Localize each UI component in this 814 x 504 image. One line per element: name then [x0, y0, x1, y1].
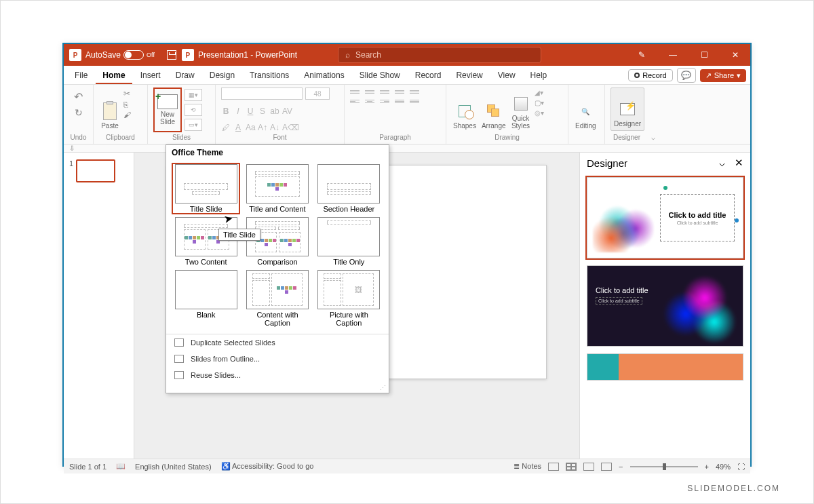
shadow-icon[interactable]: ab [270, 106, 279, 116]
tab-animations[interactable]: Animations [297, 68, 351, 84]
char-spacing-icon[interactable]: AV [282, 106, 292, 116]
dot-icon [663, 186, 667, 190]
layout-title-content[interactable]: Title and Content [243, 163, 311, 214]
design-suggestion-2[interactable]: Click to add title Click to add subtitle [587, 265, 743, 347]
shape-outline-icon[interactable]: ▢▾ [535, 99, 544, 106]
accessibility-status[interactable]: ♿ Accessibility: Good to go [221, 462, 314, 471]
align-center-icon[interactable] [365, 100, 374, 106]
section-icon[interactable]: ▭▾ [185, 119, 202, 131]
clear-format-icon[interactable]: A⌫ [282, 123, 292, 132]
slide-counter[interactable]: Slide 1 of 1 [69, 463, 106, 471]
font-size-select[interactable]: 48 [305, 88, 330, 100]
slides-from-outline-item[interactable]: Slides from Outline... [166, 351, 389, 367]
sorter-view-icon[interactable] [566, 463, 577, 471]
layout-icon[interactable]: ▦▾ [185, 89, 202, 101]
language-indicator[interactable]: English (United States) [135, 463, 212, 471]
collapse-ribbon-icon[interactable]: ⌵ [651, 134, 655, 141]
underline-icon[interactable]: U [246, 106, 255, 116]
format-painter-icon[interactable]: 🖌 [123, 111, 131, 119]
font-family-select[interactable] [221, 88, 303, 100]
arrange-button[interactable]: Arrange [480, 88, 507, 131]
thumbnail-item[interactable]: 1 [69, 159, 128, 182]
minimize-button[interactable]: — [658, 44, 688, 66]
tab-record[interactable]: Record [408, 68, 448, 84]
spell-check-icon[interactable]: 📖 [116, 462, 125, 471]
font-color-icon[interactable]: A [233, 123, 243, 132]
tab-view[interactable]: View [491, 68, 522, 84]
duplicate-slides-item[interactable]: Duplicate Selected Slides [166, 334, 389, 351]
redo-icon[interactable]: ↻ [75, 107, 83, 118]
share-button[interactable]: ↗Share▾ [700, 69, 746, 82]
search-input[interactable]: ⌕ Search [338, 47, 541, 63]
layout-content-caption[interactable]: Content with Caption [243, 269, 311, 328]
indent-dec-icon[interactable] [380, 90, 389, 97]
italic-icon[interactable]: I [233, 106, 243, 116]
justify-icon[interactable] [395, 100, 404, 106]
maximize-button[interactable]: ☐ [689, 44, 719, 66]
strike-icon[interactable]: S [258, 106, 267, 116]
layout-section-header[interactable]: Section Header [315, 163, 383, 214]
new-slide-button[interactable]: New Slide [153, 88, 182, 132]
comments-button[interactable]: 💬 [677, 68, 696, 83]
autosave-toggle[interactable]: AutoSave Off [85, 50, 155, 60]
design-suggestion-1[interactable]: Click to add title Click to add subtitle [587, 177, 743, 258]
qat-overflow-icon[interactable]: ⇩ [69, 144, 75, 152]
slideshow-view-icon[interactable] [601, 463, 612, 471]
zoom-level[interactable]: 49% [716, 463, 731, 471]
tab-transitions[interactable]: Transitions [243, 68, 296, 84]
design-suggestion-3[interactable] [587, 353, 743, 381]
zoom-out-icon[interactable]: − [619, 463, 623, 471]
reset-icon[interactable]: ⟲ [185, 104, 202, 116]
bold-icon[interactable]: B [221, 106, 231, 116]
layout-picture-caption[interactable]: 🖼 Picture with Caption [315, 269, 383, 328]
numbering-icon[interactable] [365, 90, 374, 97]
shape-effects-icon[interactable]: ◎▾ [535, 109, 544, 117]
editing-button[interactable]: 🔍 Editing [574, 88, 598, 131]
tab-home[interactable]: Home [96, 68, 132, 84]
notes-button[interactable]: ≣ Notes [513, 462, 541, 471]
align-right-icon[interactable] [380, 100, 389, 106]
designer-button[interactable]: ⚡ Designer [610, 88, 644, 131]
close-button[interactable]: ✕ [720, 44, 750, 66]
tab-draw[interactable]: Draw [169, 68, 201, 84]
tab-design[interactable]: Design [203, 68, 241, 84]
layout-blank[interactable]: Blank [172, 269, 240, 328]
undo-icon[interactable]: ↶ [74, 90, 83, 103]
indent-inc-icon[interactable] [395, 90, 404, 97]
shrink-font-icon[interactable]: A↓ [270, 123, 279, 132]
pen-icon[interactable]: ✎ [627, 44, 657, 66]
layout-title-only[interactable]: Title Only [315, 216, 383, 267]
cut-icon[interactable]: ✂ [123, 89, 131, 98]
close-pane-icon[interactable]: ✕ [735, 157, 743, 169]
quick-styles-button[interactable]: Quick Styles [510, 88, 532, 131]
tab-file[interactable]: File [68, 68, 94, 84]
paste-button[interactable]: Paste [99, 88, 121, 131]
line-spacing-icon[interactable] [410, 90, 419, 97]
reading-view-icon[interactable] [583, 463, 594, 471]
fit-window-icon[interactable]: ⛶ [737, 463, 745, 471]
record-button[interactable]: Record [628, 69, 672, 81]
zoom-slider[interactable] [630, 466, 698, 467]
grow-font-icon[interactable]: A↑ [258, 123, 267, 132]
change-case-icon[interactable]: Aa [246, 123, 255, 132]
clipboard-icon [100, 102, 119, 121]
align-left-icon[interactable] [350, 100, 360, 106]
arrange-icon [484, 102, 503, 121]
zoom-in-icon[interactable]: + [705, 463, 709, 471]
chevron-down-icon[interactable]: ⌵ [719, 157, 725, 169]
copy-icon[interactable]: ⎘ [123, 100, 131, 109]
reuse-slides-item[interactable]: Reuse Slides... [166, 367, 389, 383]
normal-view-icon[interactable] [548, 463, 559, 471]
save-icon[interactable] [167, 50, 176, 60]
layout-title-slide[interactable]: Title Slide [172, 163, 240, 214]
columns-icon[interactable] [410, 100, 419, 106]
shape-fill-icon[interactable]: ◢▾ [535, 89, 544, 96]
highlight-icon[interactable]: 🖊 [221, 123, 231, 132]
layout-comparison[interactable]: Comparison [243, 216, 311, 267]
bullets-icon[interactable] [350, 90, 360, 97]
tab-insert[interactable]: Insert [134, 68, 168, 84]
shapes-button[interactable]: Shapes [452, 88, 478, 131]
tab-help[interactable]: Help [524, 68, 554, 84]
tab-review[interactable]: Review [449, 68, 489, 84]
tab-slideshow[interactable]: Slide Show [353, 68, 407, 84]
